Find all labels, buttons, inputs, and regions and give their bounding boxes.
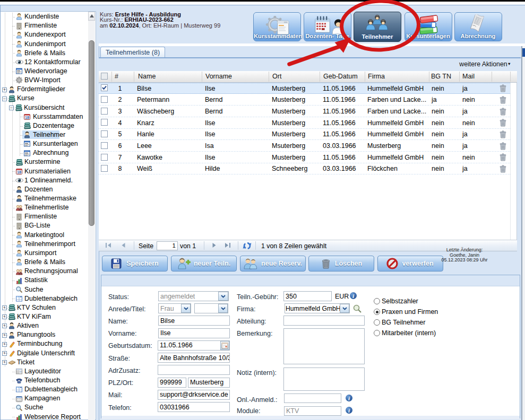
svg-text:18: 18	[25, 116, 29, 119]
svg-text:18: 18	[17, 170, 21, 174]
